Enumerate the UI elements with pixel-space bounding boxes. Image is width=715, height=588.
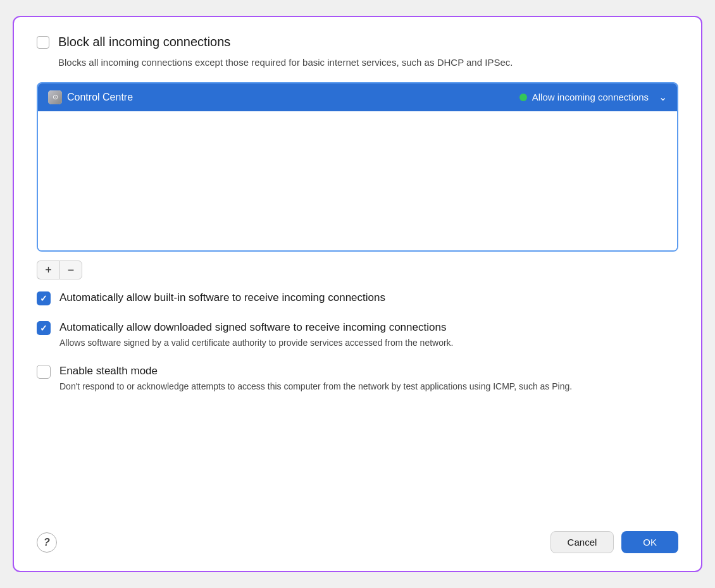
status-label: Allow incoming connections xyxy=(532,92,649,102)
auto-builtin-checkbox[interactable]: ✓ xyxy=(37,291,51,305)
ok-button[interactable]: OK xyxy=(621,531,678,553)
auto-signed-label: Automatically allow downloaded signed so… xyxy=(59,321,454,335)
stealth-mode-label: Enable stealth mode xyxy=(59,364,572,379)
status-section[interactable]: Allow incoming connections ⌄ xyxy=(519,91,667,103)
auto-builtin-row: ✓ Automatically allow built-in software … xyxy=(37,291,678,305)
app-list-header: ⊙ Control Centre Allow incoming connecti… xyxy=(38,83,677,111)
add-app-button[interactable]: + xyxy=(37,260,59,279)
block-incoming-label: Block all incoming connections xyxy=(58,35,230,49)
stealth-mode-checkbox[interactable] xyxy=(37,365,51,379)
firewall-dialog: Block all incoming connections Blocks al… xyxy=(13,16,702,572)
checkmark-icon-2: ✓ xyxy=(40,324,47,333)
stealth-mode-row: Enable stealth mode Don't respond to or … xyxy=(37,364,678,393)
app-list-body xyxy=(38,111,677,250)
cancel-button[interactable]: Cancel xyxy=(550,531,614,553)
add-remove-row: + − xyxy=(37,260,678,279)
remove-app-button[interactable]: − xyxy=(59,260,82,279)
auto-signed-section: ✓ Automatically allow downloaded signed … xyxy=(37,321,678,353)
app-list-container: ⊙ Control Centre Allow incoming connecti… xyxy=(37,82,678,252)
action-buttons: Cancel OK xyxy=(550,531,678,553)
block-incoming-checkbox[interactable] xyxy=(37,36,49,49)
help-button[interactable]: ? xyxy=(37,532,57,553)
checkmark-icon: ✓ xyxy=(40,294,47,303)
control-centre-icon: ⊙ xyxy=(48,90,62,104)
block-incoming-description: Blocks all incoming connections except t… xyxy=(58,56,678,70)
block-incoming-row: Block all incoming connections xyxy=(37,35,678,49)
auto-signed-row: ✓ Automatically allow downloaded signed … xyxy=(37,321,678,350)
status-dot xyxy=(519,94,527,101)
stealth-mode-description: Don't respond to or acknowledge attempts… xyxy=(59,381,572,393)
auto-builtin-label: Automatically allow built-in software to… xyxy=(59,291,385,305)
auto-signed-checkbox[interactable]: ✓ xyxy=(37,321,51,335)
stealth-mode-section: Enable stealth mode Don't respond to or … xyxy=(37,364,678,397)
auto-builtin-section: ✓ Automatically allow built-in software … xyxy=(37,291,678,309)
chevron-icon: ⌄ xyxy=(659,91,667,103)
app-name-label: Control Centre xyxy=(67,92,519,103)
bottom-bar: ? Cancel OK xyxy=(37,518,678,553)
auto-signed-description: Allows software signed by a valid certif… xyxy=(59,337,454,350)
